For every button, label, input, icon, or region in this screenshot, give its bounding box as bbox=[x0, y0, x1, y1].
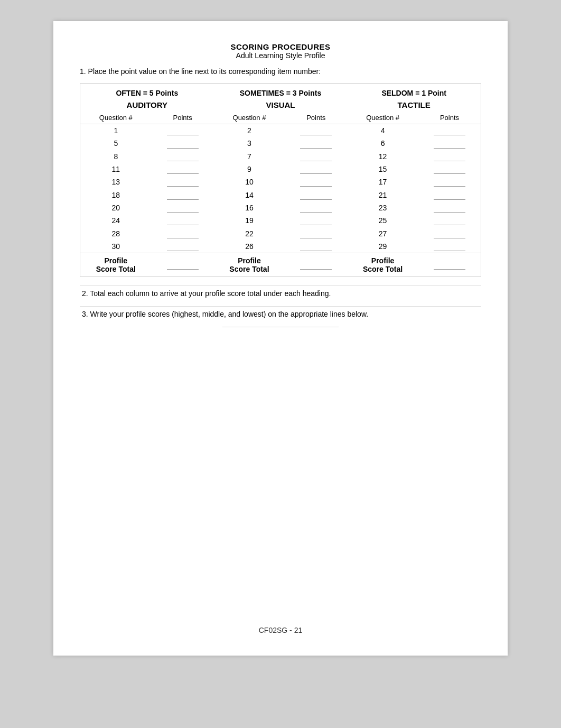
header-row: OFTEN = 5 Points SOMETIMES = 3 Points SE… bbox=[80, 84, 481, 98]
vis-p4 bbox=[285, 163, 347, 176]
scoring-table-wrapper: OFTEN = 5 Points SOMETIMES = 3 Points SE… bbox=[80, 83, 481, 277]
aud-q8: 24 bbox=[80, 214, 152, 227]
tac-q7: 23 bbox=[347, 201, 418, 214]
tactile-subheader: TACTILE bbox=[347, 98, 481, 112]
vis-q3: 7 bbox=[214, 150, 285, 163]
vis-q7: 16 bbox=[214, 201, 285, 214]
auditory-header: OFTEN = 5 Points bbox=[80, 84, 214, 98]
vis-q6: 14 bbox=[214, 188, 285, 201]
aud-total-label: ProfileScore Total bbox=[80, 253, 152, 277]
aud-q10: 30 bbox=[80, 240, 152, 253]
tac-p7 bbox=[418, 201, 481, 214]
table-row: 28 22 27 bbox=[80, 227, 481, 239]
tac-total-label: ProfileScore Total bbox=[347, 253, 418, 277]
vis-q8: 19 bbox=[214, 214, 285, 227]
title-section: SCORING PROCEDURES Adult Learning Style … bbox=[80, 42, 481, 60]
visual-header: SOMETIMES = 3 Points bbox=[214, 84, 348, 98]
tac-q10: 29 bbox=[347, 240, 418, 253]
vis-total-label: ProfileScore Total bbox=[214, 253, 285, 277]
tac-p6 bbox=[418, 188, 481, 201]
vis-q4: 9 bbox=[214, 163, 285, 176]
vis-q1: 2 bbox=[214, 124, 285, 137]
aud-q2: 5 bbox=[80, 137, 152, 150]
tac-q8: 25 bbox=[347, 214, 418, 227]
tac-q4: 15 bbox=[347, 163, 418, 176]
aud-q-header: Question # bbox=[80, 112, 152, 124]
table-row: 1 2 4 bbox=[80, 124, 481, 137]
tac-p5 bbox=[418, 176, 481, 188]
tac-q3: 12 bbox=[347, 150, 418, 163]
tac-q5: 17 bbox=[347, 176, 418, 188]
tactile-header: SELDOM = 1 Point bbox=[347, 84, 481, 98]
tac-q9: 27 bbox=[347, 227, 418, 239]
instruction-3: 3. Write your profile scores (highest, m… bbox=[80, 306, 481, 321]
instruction-2: 2. Total each column to arrive at your p… bbox=[80, 285, 481, 301]
tac-p3 bbox=[418, 150, 481, 163]
aud-q9: 28 bbox=[80, 227, 152, 239]
vis-p7 bbox=[285, 201, 347, 214]
tac-q1: 4 bbox=[347, 124, 418, 137]
instruction-1: 1. Place the point value on the line nex… bbox=[80, 67, 481, 76]
table-row: 13 10 17 bbox=[80, 176, 481, 188]
aud-p5 bbox=[152, 176, 214, 188]
aud-p2 bbox=[152, 137, 214, 150]
page: SCORING PROCEDURES Adult Learning Style … bbox=[53, 21, 508, 656]
vis-q-header: Question # bbox=[214, 112, 285, 124]
vis-p2 bbox=[285, 137, 347, 150]
aud-q3: 8 bbox=[80, 150, 152, 163]
scoring-table: OFTEN = 5 Points SOMETIMES = 3 Points SE… bbox=[80, 84, 481, 277]
tac-p2 bbox=[418, 137, 481, 150]
vis-p-header: Points bbox=[285, 112, 347, 124]
aud-p8 bbox=[152, 214, 214, 227]
aud-p1 bbox=[152, 124, 214, 137]
vis-p3 bbox=[285, 150, 347, 163]
vis-q9: 22 bbox=[214, 227, 285, 239]
vis-p5 bbox=[285, 176, 347, 188]
aud-total-input bbox=[152, 253, 214, 277]
auditory-subheader: AUDITORY bbox=[80, 98, 214, 112]
visual-subheader: VISUAL bbox=[214, 98, 348, 112]
table-row: 20 16 23 bbox=[80, 201, 481, 214]
table-row: 8 7 12 bbox=[80, 150, 481, 163]
vis-q5: 10 bbox=[214, 176, 285, 188]
subheader-row: AUDITORY VISUAL TACTILE bbox=[80, 98, 481, 112]
tac-p4 bbox=[418, 163, 481, 176]
aud-q1: 1 bbox=[80, 124, 152, 137]
tac-p-header: Points bbox=[418, 112, 481, 124]
vis-p8 bbox=[285, 214, 347, 227]
tac-p9 bbox=[418, 227, 481, 239]
tac-p1 bbox=[418, 124, 481, 137]
vis-p9 bbox=[285, 227, 347, 239]
vis-q2: 3 bbox=[214, 137, 285, 150]
total-row: ProfileScore Total ProfileScore Total Pr… bbox=[80, 253, 481, 277]
vis-p6 bbox=[285, 188, 347, 201]
aud-q7: 20 bbox=[80, 201, 152, 214]
aud-p9 bbox=[152, 227, 214, 239]
aud-p6 bbox=[152, 188, 214, 201]
aud-p-header: Points bbox=[152, 112, 214, 124]
aud-p4 bbox=[152, 163, 214, 176]
table-row: 30 26 29 bbox=[80, 240, 481, 253]
tac-q-header: Question # bbox=[347, 112, 418, 124]
vis-p1 bbox=[285, 124, 347, 137]
col-header-row: Question # Points Question # Points Ques… bbox=[80, 112, 481, 124]
tac-p8 bbox=[418, 214, 481, 227]
table-row: 5 3 6 bbox=[80, 137, 481, 150]
table-row: 24 19 25 bbox=[80, 214, 481, 227]
table-row: 11 9 15 bbox=[80, 163, 481, 176]
page-subtitle: Adult Learning Style Profile bbox=[80, 51, 481, 60]
table-row: 18 14 21 bbox=[80, 188, 481, 201]
vis-total-input bbox=[285, 253, 347, 277]
vis-p10 bbox=[285, 240, 347, 253]
aud-q6: 18 bbox=[80, 188, 152, 201]
aud-q4: 11 bbox=[80, 163, 152, 176]
tac-q6: 21 bbox=[347, 188, 418, 201]
vis-q10: 26 bbox=[214, 240, 285, 253]
aud-p3 bbox=[152, 150, 214, 163]
aud-p7 bbox=[152, 201, 214, 214]
page-footer: CF02SG - 21 bbox=[53, 626, 508, 634]
tac-p10 bbox=[418, 240, 481, 253]
divider bbox=[222, 327, 339, 327]
aud-q5: 13 bbox=[80, 176, 152, 188]
tac-total-input bbox=[418, 253, 481, 277]
